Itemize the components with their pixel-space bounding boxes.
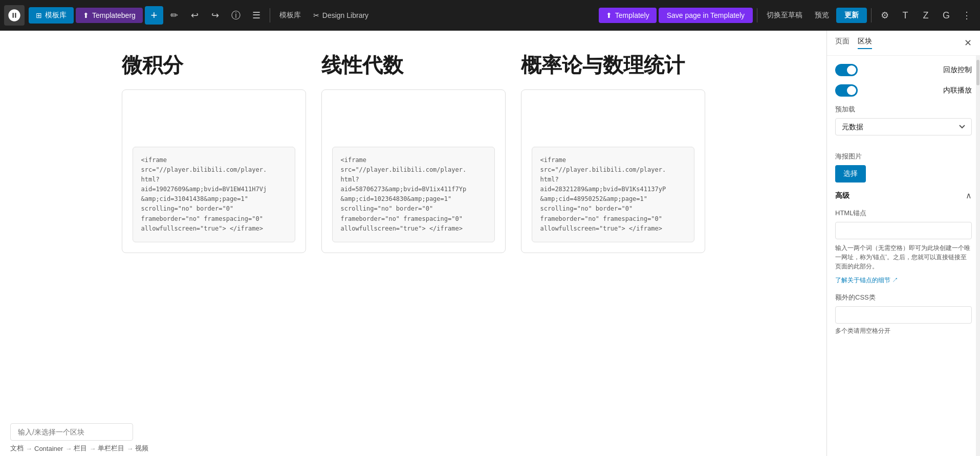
user2-button[interactable]: Z	[917, 6, 935, 25]
section-title-probability: 概率论与数理统计	[521, 51, 705, 79]
breadcrumb: 文档 → Container → 栏目 → 单栏栏目 → 视频	[10, 444, 148, 453]
user1-icon: T	[903, 10, 908, 21]
redo-button[interactable]: ↪	[206, 6, 225, 25]
block-search-input[interactable]	[10, 423, 133, 441]
section-title-linear: 线性代数	[321, 51, 506, 79]
chevron-up-icon[interactable]: ∧	[966, 191, 972, 200]
tab-page[interactable]: 页面	[835, 37, 850, 49]
breadcrumb-doc[interactable]: 文档	[10, 444, 24, 453]
design-library-button[interactable]: ✂ Design Library	[308, 8, 374, 22]
advanced-section: 高级 ∧ HTML锚点 输入一两个词（无需空格）即可为此块创建一个唯一网址，称为…	[835, 191, 972, 335]
preload-select[interactable]: 元数据	[835, 118, 972, 135]
html-anchor-input[interactable]	[835, 222, 972, 239]
advanced-title: 高级	[835, 191, 850, 200]
list-view-button[interactable]: ☰	[247, 6, 266, 25]
scrollbar-thumb[interactable]	[976, 60, 979, 85]
inline-row: 内联播放	[835, 84, 972, 97]
template-text-label: 模板库	[279, 11, 301, 19]
inline-toggle[interactable]	[835, 84, 858, 97]
advanced-header: 高级 ∧	[835, 191, 972, 200]
template-lib-icon: ⊞	[36, 11, 42, 19]
save-templately-button[interactable]: Save page in Templately	[659, 8, 753, 23]
breadcrumb-arrow-3: →	[89, 445, 96, 452]
poster-label: 海报图片	[835, 152, 972, 161]
undo-icon: ↩	[191, 10, 199, 21]
inline-label: 内联播放	[943, 86, 972, 95]
sidebar-tabs: 页面 区块	[835, 37, 872, 49]
code-text-calculus: <iframe src="//player.bilibili.com/playe…	[141, 155, 287, 234]
templately-button[interactable]: ⬆ Templately	[599, 8, 657, 23]
poster-choose-button[interactable]: 选择	[835, 165, 866, 183]
user1-button[interactable]: T	[896, 6, 914, 25]
video-card-probability[interactable]: <iframe src="//player.bilibili.com/playe…	[521, 89, 705, 253]
edit-button[interactable]: ✏	[165, 6, 184, 25]
preload-row: 预加载 元数据	[835, 105, 972, 144]
css-class-block: 额外的CSS类 多个类请用空格分开	[835, 293, 972, 335]
user3-icon: G	[943, 10, 950, 21]
toolbar: ⊞ 模板库 ⬆ Templateberg + ✏ ↩ ↪ ⓘ ☰ 模板库 ✂ D…	[0, 0, 980, 31]
poster-section: 海报图片 选择	[835, 152, 972, 183]
separator-2	[757, 8, 757, 22]
anchor-learn-link[interactable]: 了解关于锚点的细节 ↗	[835, 277, 898, 284]
video-card-linear[interactable]: <iframe src="//player.bilibili.com/playe…	[321, 89, 506, 253]
undo-button[interactable]: ↩	[186, 6, 204, 25]
templately-label: Templately	[615, 11, 649, 19]
css-class-hint: 多个类请用空格分开	[835, 327, 890, 334]
section-probability: 概率论与数理统计 <iframe src="//player.bilibili.…	[521, 51, 705, 253]
preload-label: 预加载	[835, 105, 972, 114]
redo-icon: ↪	[211, 10, 219, 21]
toolbar-right: ⬆ Templately Save page in Templately 切换至…	[599, 6, 976, 25]
update-label: 更新	[844, 11, 859, 19]
switch-draft-button[interactable]: 切换至草稿	[761, 8, 808, 23]
more-options-button[interactable]: ⋮	[957, 6, 976, 25]
breadcrumb-video[interactable]: 视频	[135, 444, 148, 453]
css-class-label: 额外的CSS类	[835, 293, 972, 302]
template-library-label: 模板库	[45, 11, 67, 20]
breadcrumb-single-col[interactable]: 单栏栏目	[98, 444, 124, 453]
add-block-button[interactable]: +	[145, 6, 163, 25]
template-text-button[interactable]: 模板库	[274, 8, 306, 23]
add-icon: +	[150, 9, 157, 22]
settings-icon: ⚙	[881, 10, 889, 21]
playback-label: 回放控制	[943, 65, 972, 75]
info-icon: ⓘ	[231, 9, 241, 21]
templateberg-icon: ⬆	[83, 11, 89, 19]
breadcrumb-column-group[interactable]: 栏目	[74, 444, 87, 453]
video-code-linear: <iframe src="//player.bilibili.com/playe…	[332, 147, 495, 243]
templately-icon: ⬆	[606, 11, 612, 19]
section-calculus: 微积分 <iframe src="//player.bilibili.com/p…	[122, 51, 306, 253]
breadcrumb-container[interactable]: Container	[34, 445, 63, 452]
preview-button[interactable]: 预览	[810, 8, 834, 23]
video-card-calculus[interactable]: <iframe src="//player.bilibili.com/playe…	[122, 89, 306, 253]
switch-draft-label: 切换至草稿	[767, 11, 802, 19]
breadcrumb-arrow-2: →	[65, 445, 72, 452]
preview-label: 预览	[815, 11, 829, 19]
template-library-button[interactable]: ⊞ 模板库	[29, 7, 74, 24]
html-anchor-block: HTML锚点 输入一两个词（无需空格）即可为此块创建一个唯一网址，称为'锚点'。…	[835, 209, 972, 285]
user3-button[interactable]: G	[937, 6, 955, 25]
playback-toggle[interactable]	[835, 64, 858, 76]
section-title-calculus: 微积分	[122, 51, 306, 79]
user2-icon: Z	[923, 10, 929, 21]
breadcrumb-arrow-4: →	[126, 445, 133, 452]
separator-1	[270, 8, 270, 22]
list-icon: ☰	[252, 10, 260, 21]
main-area: 微积分 <iframe src="//player.bilibili.com/p…	[0, 31, 980, 456]
settings-button[interactable]: ⚙	[876, 6, 894, 25]
video-code-probability: <iframe src="//player.bilibili.com/playe…	[532, 147, 694, 243]
tab-block[interactable]: 区块	[858, 37, 872, 49]
design-library-icon: ✂	[313, 11, 319, 19]
scrollbar-track[interactable]	[976, 56, 980, 456]
canvas: 微积分 <iframe src="//player.bilibili.com/p…	[0, 31, 826, 456]
update-button[interactable]: 更新	[836, 8, 867, 23]
templateberg-button[interactable]: ⬆ Templateberg	[76, 8, 143, 23]
save-templately-label: Save page in Templately	[667, 11, 745, 19]
wordpress-logo[interactable]	[4, 5, 25, 26]
code-text-probability: <iframe src="//player.bilibili.com/playe…	[540, 155, 686, 234]
anchor-link-text: 了解关于锚点的细节 ↗	[835, 277, 898, 284]
css-class-input[interactable]	[835, 306, 972, 324]
info-button[interactable]: ⓘ	[227, 6, 245, 25]
design-library-label: Design Library	[322, 11, 368, 19]
sidebar-close-button[interactable]: ✕	[964, 37, 972, 49]
video-code-calculus: <iframe src="//player.bilibili.com/playe…	[133, 147, 295, 243]
